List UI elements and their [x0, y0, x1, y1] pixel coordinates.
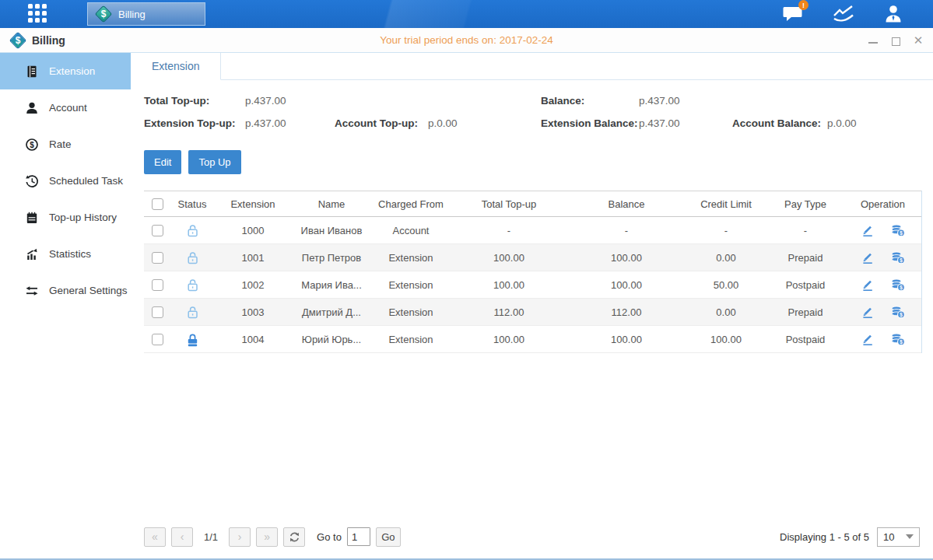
table-row[interactable]: 1000 Иван Иванов Account - - - - $ [144, 217, 921, 244]
top-up-row-icon[interactable]: $ [890, 223, 905, 237]
account-balance-label: Account Balance: [732, 117, 827, 129]
page-size-value: 10 [883, 531, 894, 543]
table-row[interactable]: 1004 Юрий Юрь... Extension 100.00 100.00… [144, 326, 921, 353]
edit-row-icon[interactable] [861, 332, 875, 346]
cell-total-topup: - [451, 217, 567, 244]
extension-balance-label: Extension Balance: [541, 117, 639, 129]
monitor-button[interactable] [832, 4, 855, 24]
minimize-button[interactable] [868, 35, 879, 46]
sidebar-item-label: General Settings [49, 285, 128, 296]
top-up-row-icon[interactable]: $ [890, 250, 905, 264]
sidebar-item-account[interactable]: Account [0, 89, 131, 126]
next-page-button[interactable]: › [229, 527, 251, 547]
cell-pay-type: Postpaid [766, 326, 844, 353]
edit-row-icon[interactable] [861, 305, 875, 319]
cell-credit-limit: 50.00 [686, 271, 766, 299]
top-up-button[interactable]: Top Up [188, 150, 240, 174]
cell-total-topup: 100.00 [451, 271, 567, 299]
taskbar-tab-billing[interactable]: $ Billing [87, 2, 205, 26]
row-checkbox[interactable] [152, 334, 163, 345]
cell-charged-from: Extension [371, 244, 451, 271]
notifications-button[interactable]: ! [782, 5, 804, 23]
refresh-button[interactable] [283, 527, 305, 547]
last-page-button[interactable]: » [256, 527, 278, 547]
svg-text:$: $ [900, 285, 903, 291]
top-up-row-icon[interactable]: $ [890, 332, 905, 346]
col-total-topup: Total Top-up [451, 191, 567, 217]
window-titlebar: $ Billing Your trial period ends on: 201… [0, 28, 933, 53]
row-checkbox[interactable] [152, 306, 163, 318]
maximize-button[interactable] [890, 35, 901, 46]
first-page-button[interactable]: « [144, 527, 166, 547]
extension-table-body: 1000 Иван Иванов Account - - - - $ [144, 217, 921, 353]
lock-open-icon [186, 278, 199, 292]
row-checkbox[interactable] [152, 225, 163, 236]
cell-extension: 1002 [214, 271, 292, 299]
rate-icon: $ [25, 138, 39, 152]
cell-extension: 1004 [214, 326, 292, 353]
cell-extension: 1001 [214, 244, 292, 271]
refresh-icon [289, 531, 300, 543]
sidebar-item-topup-history[interactable]: Top-up History [0, 199, 131, 236]
table-row[interactable]: 1002 Мария Ива... Extension 100.00 100.0… [144, 271, 921, 299]
table-row[interactable]: 1001 Петр Петров Extension 100.00 100.00… [144, 244, 921, 271]
tabstrip: Extension [131, 53, 933, 80]
account-topup-label: Account Top-up: [335, 117, 428, 129]
goto-label: Go to [317, 531, 342, 543]
sidebar-item-extension[interactable]: Extension [0, 53, 131, 89]
tab-extension[interactable]: Extension [131, 53, 221, 80]
edit-row-icon[interactable] [861, 223, 875, 237]
cell-balance: 100.00 [567, 326, 686, 353]
app-launcher-icon[interactable] [28, 4, 48, 24]
extension-balance-value: p.437.00 [639, 117, 732, 129]
sidebar-item-general-settings[interactable]: General Settings [0, 272, 131, 309]
notification-badge: ! [798, 0, 808, 10]
scheduled-task-icon [25, 174, 39, 188]
extension-topup-label: Extension Top-up: [144, 117, 245, 129]
extension-table: Status Extension Name Charged From Total… [144, 191, 922, 353]
edit-row-icon[interactable] [861, 278, 875, 292]
go-button[interactable]: Go [376, 527, 401, 547]
row-checkbox[interactable] [152, 279, 163, 291]
sidebar-item-label: Extension [49, 65, 95, 77]
table-row[interactable]: 1003 Дмитрий Д... Extension 112.00 112.0… [144, 299, 921, 326]
sidebar-item-statistics[interactable]: Statistics [0, 236, 131, 272]
sidebar-item-rate[interactable]: $ Rate [0, 126, 131, 163]
pagination-bar: « ‹ 1/1 › » Go to Go Displaying [131, 523, 933, 558]
prev-page-button[interactable]: ‹ [171, 527, 193, 547]
sidebar-item-scheduled-task[interactable]: Scheduled Task [0, 163, 131, 199]
page-size-select[interactable]: 10 [877, 527, 920, 547]
cell-extension: 1000 [214, 217, 292, 244]
goto-page-input[interactable] [347, 527, 370, 546]
select-all-checkbox[interactable] [152, 198, 163, 210]
top-up-row-icon[interactable]: $ [890, 278, 905, 292]
cell-balance: 112.00 [567, 299, 686, 326]
close-button[interactable]: ✕ [913, 35, 924, 46]
edit-button[interactable]: Edit [144, 150, 181, 174]
row-checkbox[interactable] [152, 252, 163, 264]
total-topup-value: p.437.00 [245, 95, 335, 107]
extension-topup-value: p.437.00 [245, 117, 335, 129]
cell-name: Юрий Юрь... [292, 326, 371, 353]
top-up-row-icon[interactable]: $ [890, 305, 905, 319]
sidebar: Extension Account $ Rate [0, 53, 131, 558]
col-pay-type: Pay Type [766, 191, 844, 217]
table-header-row: Status Extension Name Charged From Total… [144, 191, 921, 217]
general-settings-icon [25, 284, 39, 298]
main-panel: Extension Total Top-up: p.437.00 Balance… [131, 53, 933, 558]
user-account-button[interactable] [883, 4, 903, 24]
col-name: Name [292, 191, 371, 217]
cell-balance: 100.00 [567, 271, 686, 299]
cell-pay-type: Prepaid [766, 299, 844, 326]
cell-credit-limit: 0.00 [686, 299, 766, 326]
svg-text:$: $ [900, 257, 903, 264]
edit-row-icon[interactable] [861, 250, 875, 264]
cell-total-topup: 100.00 [451, 326, 567, 353]
col-balance: Balance [567, 191, 686, 217]
balance-label: Balance: [541, 95, 639, 107]
cell-charged-from: Extension [371, 299, 451, 326]
billing-window-icon: $ [9, 32, 26, 49]
lock-open-icon [186, 305, 199, 320]
cell-pay-type: Prepaid [766, 244, 844, 271]
person-icon [883, 4, 903, 24]
